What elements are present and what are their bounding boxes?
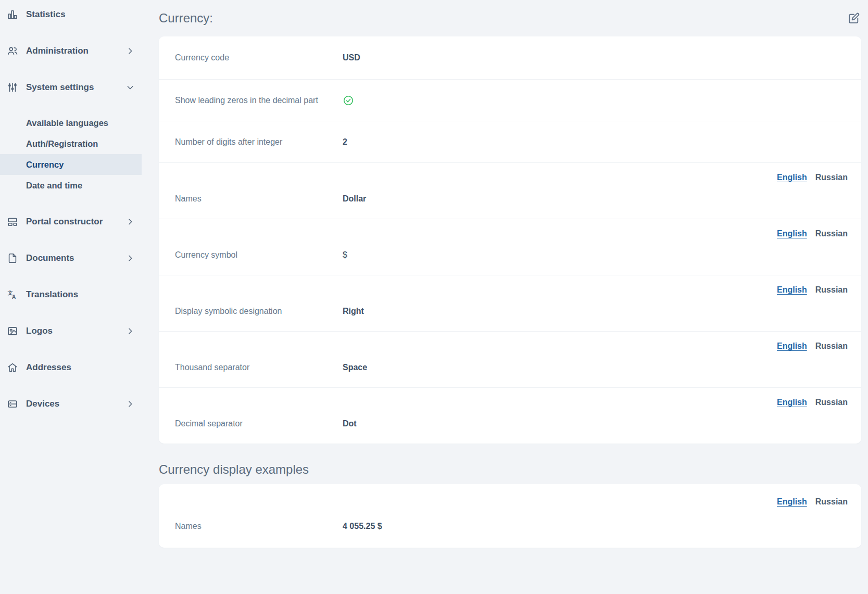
currency-examples-card: English Russian Names 4 055.25 $ (159, 484, 861, 548)
lang-tab-english[interactable]: English (777, 229, 807, 238)
setting-label: Decimal separator (175, 419, 343, 428)
sidebar-item-translations[interactable]: 文 A Translations (0, 283, 142, 306)
setting-row-digits-after-integer: Number of digits after integer 2 (159, 121, 861, 163)
setting-line: Display symbolic designation Right (175, 307, 848, 316)
sidebar-item-label: Currency (26, 160, 64, 170)
setting-label: Names (175, 194, 343, 204)
svg-text:A: A (12, 294, 16, 300)
sidebar-item-label: Documents (26, 253, 74, 263)
setting-row-currency-symbol: English Russian Currency symbol $ (159, 219, 861, 275)
sidebar-item-logos[interactable]: Logos (0, 320, 142, 343)
sidebar-item-auth-registration[interactable]: Auth/Registration (0, 133, 142, 154)
lang-tab-russian[interactable]: Russian (815, 398, 848, 407)
example-row-names: English Russian Names 4 055.25 $ (159, 484, 861, 548)
setting-label: Number of digits after integer (175, 137, 343, 147)
setting-line: Thousand separator Space (175, 363, 848, 372)
setting-label: Thousand separator (175, 363, 343, 372)
sidebar-item-label: Translations (26, 289, 78, 300)
setting-label: Currency code (175, 53, 343, 62)
users-icon (7, 45, 18, 57)
currency-settings-card: Currency code USD Show leading zeros in … (159, 36, 861, 444)
lang-tab-russian[interactable]: Russian (815, 229, 848, 238)
document-icon (7, 252, 18, 264)
home-icon (7, 362, 18, 373)
sidebar-item-date-and-time[interactable]: Date and time (0, 175, 142, 196)
setting-value: Space (343, 363, 367, 372)
image-icon (7, 325, 18, 337)
sidebar-item-label: Logos (26, 326, 53, 336)
lang-tab-english[interactable]: English (777, 398, 807, 407)
layout-icon (7, 216, 18, 228)
chevron-down-icon (126, 83, 134, 92)
setting-row-decimal-separator: English Russian Decimal separator Dot (159, 388, 861, 444)
sidebar-item-devices[interactable]: Devices (0, 393, 142, 415)
sidebar-item-administration[interactable]: Administration (0, 40, 142, 62)
sidebar: Statistics Administration (0, 0, 142, 594)
lang-tab-english[interactable]: English (777, 173, 807, 182)
language-tabs: English Russian (175, 171, 848, 184)
setting-value: Dollar (343, 194, 366, 204)
sidebar-item-label: Auth/Registration (26, 139, 98, 149)
setting-line: Decimal separator Dot (175, 419, 848, 428)
chevron-right-icon (126, 254, 134, 262)
lang-tab-russian[interactable]: Russian (815, 497, 848, 507)
example-line: Names 4 055.25 $ (175, 522, 848, 531)
main-content: Currency: Currency code USD Show leading… (142, 0, 868, 594)
example-value: 4 055.25 $ (343, 522, 382, 531)
lang-tab-english[interactable]: English (777, 497, 807, 507)
sidebar-item-portal-constructor[interactable]: Portal constructor (0, 210, 142, 233)
devices-icon (7, 398, 18, 410)
system-settings-submenu: Available languages Auth/Registration Cu… (0, 112, 142, 196)
examples-heading: Currency display examples (159, 462, 861, 477)
lang-tab-english[interactable]: English (777, 285, 807, 295)
setting-label: Show leading zeros in the decimal part (175, 96, 343, 105)
lang-tab-english[interactable]: English (777, 342, 807, 351)
sidebar-item-addresses[interactable]: Addresses (0, 356, 142, 379)
setting-row-currency-code: Currency code USD (159, 36, 861, 80)
language-tabs: English Russian (175, 284, 848, 296)
lang-tab-russian[interactable]: Russian (815, 173, 848, 182)
setting-line: Currency symbol $ (175, 250, 848, 260)
bar-chart-icon (7, 9, 18, 20)
sidebar-item-statistics[interactable]: Statistics (0, 3, 142, 26)
sliders-icon (7, 82, 18, 93)
translate-icon: 文 A (7, 289, 18, 300)
sidebar-item-label: System settings (26, 82, 94, 93)
sidebar-item-label: Available languages (26, 118, 108, 128)
language-tabs: English Russian (175, 228, 848, 240)
sidebar-item-label: Portal constructor (26, 217, 103, 227)
check-circle-icon (343, 95, 354, 106)
sidebar-item-documents[interactable]: Documents (0, 247, 142, 270)
language-tabs: English Russian (175, 496, 848, 508)
setting-value: Right (343, 307, 364, 316)
setting-line: Names Dollar (175, 194, 848, 204)
page-title: Currency: (159, 11, 213, 26)
setting-label: Display symbolic designation (175, 307, 343, 316)
chevron-right-icon (126, 327, 134, 335)
setting-value: Dot (343, 419, 357, 428)
sidebar-item-label: Date and time (26, 181, 82, 191)
sidebar-item-system-settings[interactable]: System settings (0, 76, 142, 99)
edit-button[interactable] (846, 11, 861, 26)
language-tabs: English Russian (175, 396, 848, 409)
setting-row-names: English Russian Names Dollar (159, 163, 861, 219)
page-header: Currency: (159, 7, 861, 29)
setting-value: $ (343, 250, 347, 260)
sidebar-item-label: Devices (26, 399, 59, 409)
example-label: Names (175, 522, 343, 531)
chevron-right-icon (126, 47, 134, 55)
lang-tab-russian[interactable]: Russian (815, 285, 848, 295)
sidebar-item-label: Administration (26, 46, 89, 56)
setting-value: 2 (343, 137, 347, 147)
setting-row-thousand-separator: English Russian Thousand separator Space (159, 332, 861, 388)
sidebar-item-label: Statistics (26, 9, 66, 20)
setting-value (343, 95, 354, 106)
setting-label: Currency symbol (175, 250, 343, 260)
language-tabs: English Russian (175, 340, 848, 352)
setting-row-symbol-position: English Russian Display symbolic designa… (159, 275, 861, 332)
lang-tab-russian[interactable]: Russian (815, 342, 848, 351)
sidebar-item-available-languages[interactable]: Available languages (0, 112, 142, 133)
sidebar-item-currency[interactable]: Currency (0, 154, 142, 175)
chevron-right-icon (126, 218, 134, 226)
sidebar-item-label: Addresses (26, 362, 71, 373)
